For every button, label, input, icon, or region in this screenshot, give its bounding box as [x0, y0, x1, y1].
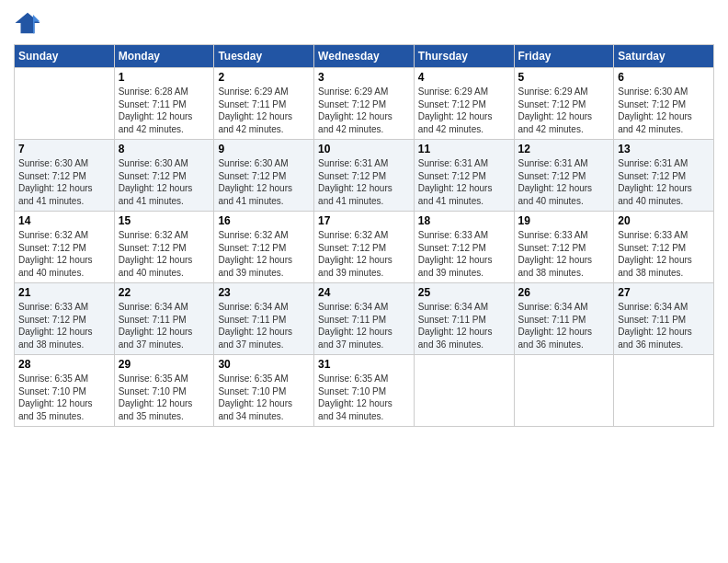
day-number: 13: [618, 143, 710, 155]
day-info: Sunrise: 6:31 AMSunset: 7:12 PMDaylight:…: [418, 157, 510, 207]
calendar-week-row: 1Sunrise: 6:28 AMSunset: 7:11 PMDaylight…: [15, 68, 714, 140]
day-info: Sunrise: 6:34 AMSunset: 7:11 PMDaylight:…: [618, 301, 710, 350]
day-number: 6: [618, 71, 710, 84]
day-number: 9: [218, 143, 310, 155]
day-info: Sunrise: 6:31 AMSunset: 7:12 PMDaylight:…: [618, 157, 710, 207]
day-info: Sunrise: 6:35 AMSunset: 7:10 PMDaylight:…: [119, 373, 210, 422]
calendar-cell: 26Sunrise: 6:34 AMSunset: 7:11 PMDayligh…: [514, 283, 614, 355]
calendar-day-header: Saturday: [614, 45, 714, 68]
day-info: Sunrise: 6:33 AMSunset: 7:12 PMDaylight:…: [618, 229, 710, 279]
calendar-cell: 4Sunrise: 6:29 AMSunset: 7:12 PMDaylight…: [414, 68, 514, 140]
header: [14, 9, 714, 37]
day-info: Sunrise: 6:34 AMSunset: 7:11 PMDaylight:…: [418, 301, 510, 350]
calendar-cell: 29Sunrise: 6:35 AMSunset: 7:10 PMDayligh…: [114, 355, 214, 427]
day-number: 17: [318, 214, 410, 227]
calendar-cell: [15, 68, 115, 140]
day-number: 15: [119, 214, 210, 227]
calendar-cell: 21Sunrise: 6:33 AMSunset: 7:12 PMDayligh…: [15, 283, 115, 355]
day-info: Sunrise: 6:29 AMSunset: 7:12 PMDaylight:…: [418, 86, 510, 135]
day-number: 25: [418, 286, 510, 299]
calendar-cell: 10Sunrise: 6:31 AMSunset: 7:12 PMDayligh…: [314, 140, 415, 212]
day-info: Sunrise: 6:35 AMSunset: 7:10 PMDaylight:…: [18, 373, 110, 422]
day-number: 21: [18, 286, 110, 299]
calendar-cell: 14Sunrise: 6:32 AMSunset: 7:12 PMDayligh…: [15, 212, 115, 283]
calendar-day-header: Monday: [114, 45, 214, 68]
day-info: Sunrise: 6:31 AMSunset: 7:12 PMDaylight:…: [318, 157, 410, 207]
day-number: 8: [119, 143, 210, 155]
calendar-week-row: 14Sunrise: 6:32 AMSunset: 7:12 PMDayligh…: [15, 212, 714, 283]
day-info: Sunrise: 6:34 AMSunset: 7:11 PMDaylight:…: [318, 301, 410, 350]
calendar-cell: 22Sunrise: 6:34 AMSunset: 7:11 PMDayligh…: [114, 283, 214, 355]
calendar-cell: 19Sunrise: 6:33 AMSunset: 7:12 PMDayligh…: [514, 212, 614, 283]
calendar-cell: 17Sunrise: 6:32 AMSunset: 7:12 PMDayligh…: [314, 212, 415, 283]
calendar-cell: 7Sunrise: 6:30 AMSunset: 7:12 PMDaylight…: [15, 140, 115, 212]
calendar-cell: 31Sunrise: 6:35 AMSunset: 7:10 PMDayligh…: [314, 355, 415, 427]
calendar-header-row: SundayMondayTuesdayWednesdayThursdayFrid…: [15, 45, 714, 68]
calendar-day-header: Thursday: [414, 45, 514, 68]
day-info: Sunrise: 6:30 AMSunset: 7:12 PMDaylight:…: [119, 157, 210, 207]
calendar-day-header: Sunday: [15, 45, 115, 68]
calendar-cell: 8Sunrise: 6:30 AMSunset: 7:12 PMDaylight…: [114, 140, 214, 212]
calendar-day-header: Wednesday: [314, 45, 415, 68]
day-number: 28: [18, 358, 110, 371]
day-info: Sunrise: 6:32 AMSunset: 7:12 PMDaylight:…: [318, 229, 410, 279]
calendar-cell: [614, 355, 714, 427]
day-info: Sunrise: 6:29 AMSunset: 7:11 PMDaylight:…: [218, 86, 310, 135]
calendar-cell: 9Sunrise: 6:30 AMSunset: 7:12 PMDaylight…: [214, 140, 314, 212]
calendar-table: SundayMondayTuesdayWednesdayThursdayFrid…: [14, 44, 714, 427]
day-info: Sunrise: 6:32 AMSunset: 7:12 PMDaylight:…: [218, 229, 310, 279]
calendar-cell: 20Sunrise: 6:33 AMSunset: 7:12 PMDayligh…: [614, 212, 714, 283]
day-number: 29: [119, 358, 210, 371]
calendar-cell: 6Sunrise: 6:30 AMSunset: 7:12 PMDaylight…: [614, 68, 714, 140]
logo: [14, 9, 45, 37]
day-number: 3: [318, 71, 410, 84]
calendar-cell: 23Sunrise: 6:34 AMSunset: 7:11 PMDayligh…: [214, 283, 314, 355]
calendar-cell: 2Sunrise: 6:29 AMSunset: 7:11 PMDaylight…: [214, 68, 314, 140]
day-info: Sunrise: 6:34 AMSunset: 7:11 PMDaylight:…: [119, 301, 210, 350]
day-number: 24: [318, 286, 410, 299]
day-number: 23: [218, 286, 310, 299]
day-info: Sunrise: 6:29 AMSunset: 7:12 PMDaylight:…: [318, 86, 410, 135]
day-info: Sunrise: 6:34 AMSunset: 7:11 PMDaylight:…: [218, 301, 310, 350]
day-number: 1: [119, 71, 210, 84]
day-number: 20: [618, 214, 710, 227]
page: SundayMondayTuesdayWednesdayThursdayFrid…: [0, 0, 728, 563]
calendar-day-header: Friday: [514, 45, 614, 68]
day-info: Sunrise: 6:29 AMSunset: 7:12 PMDaylight:…: [518, 86, 610, 135]
day-info: Sunrise: 6:34 AMSunset: 7:11 PMDaylight:…: [518, 301, 610, 350]
calendar-cell: 5Sunrise: 6:29 AMSunset: 7:12 PMDaylight…: [514, 68, 614, 140]
day-info: Sunrise: 6:32 AMSunset: 7:12 PMDaylight:…: [119, 229, 210, 279]
day-number: 18: [418, 214, 510, 227]
day-number: 11: [418, 143, 510, 155]
day-number: 16: [218, 214, 310, 227]
day-info: Sunrise: 6:33 AMSunset: 7:12 PMDaylight:…: [18, 301, 110, 350]
day-number: 30: [218, 358, 310, 371]
calendar-cell: 13Sunrise: 6:31 AMSunset: 7:12 PMDayligh…: [614, 140, 714, 212]
calendar-cell: 28Sunrise: 6:35 AMSunset: 7:10 PMDayligh…: [15, 355, 115, 427]
day-number: 31: [318, 358, 410, 371]
day-info: Sunrise: 6:33 AMSunset: 7:12 PMDaylight:…: [518, 229, 610, 279]
day-info: Sunrise: 6:30 AMSunset: 7:12 PMDaylight:…: [18, 157, 110, 207]
day-number: 22: [119, 286, 210, 299]
calendar-cell: 27Sunrise: 6:34 AMSunset: 7:11 PMDayligh…: [614, 283, 714, 355]
calendar-week-row: 21Sunrise: 6:33 AMSunset: 7:12 PMDayligh…: [15, 283, 714, 355]
calendar-week-row: 7Sunrise: 6:30 AMSunset: 7:12 PMDaylight…: [15, 140, 714, 212]
day-number: 19: [518, 214, 610, 227]
calendar-cell: 3Sunrise: 6:29 AMSunset: 7:12 PMDaylight…: [314, 68, 415, 140]
day-info: Sunrise: 6:31 AMSunset: 7:12 PMDaylight:…: [518, 157, 610, 207]
day-info: Sunrise: 6:33 AMSunset: 7:12 PMDaylight:…: [418, 229, 510, 279]
calendar-cell: 11Sunrise: 6:31 AMSunset: 7:12 PMDayligh…: [414, 140, 514, 212]
day-number: 5: [518, 71, 610, 84]
day-info: Sunrise: 6:30 AMSunset: 7:12 PMDaylight:…: [618, 86, 710, 135]
day-info: Sunrise: 6:35 AMSunset: 7:10 PMDaylight:…: [218, 373, 310, 422]
generalblue-logo-icon: [14, 9, 41, 37]
calendar-cell: [514, 355, 614, 427]
calendar-cell: 24Sunrise: 6:34 AMSunset: 7:11 PMDayligh…: [314, 283, 415, 355]
day-number: 26: [518, 286, 610, 299]
day-number: 7: [18, 143, 110, 155]
day-number: 10: [318, 143, 410, 155]
day-number: 12: [518, 143, 610, 155]
calendar-cell: 12Sunrise: 6:31 AMSunset: 7:12 PMDayligh…: [514, 140, 614, 212]
calendar-cell: 15Sunrise: 6:32 AMSunset: 7:12 PMDayligh…: [114, 212, 214, 283]
day-number: 14: [18, 214, 110, 227]
